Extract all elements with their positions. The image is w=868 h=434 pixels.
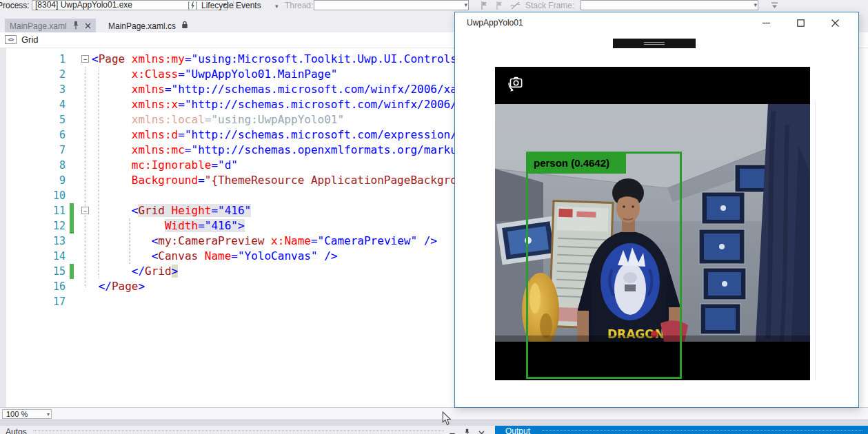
process-combobox[interactable]: [8304] UwpAppYolo01.exe ▾ (32, 0, 228, 10)
code-tag-icon: <> (5, 35, 17, 44)
window-caption-buttons (749, 12, 852, 33)
close-icon[interactable] (85, 23, 91, 30)
mouse-cursor (442, 411, 452, 428)
close-icon[interactable] (478, 427, 485, 434)
lock-icon (181, 21, 188, 31)
debug-toolbar: Process: [8304] UwpAppYolo01.exe ▾ Lifec… (0, 0, 868, 12)
line-number: 14 (0, 249, 65, 264)
process-combobox-value: [8304] UwpAppYolo01.exe (35, 0, 132, 10)
camera-preview: DRAGON (495, 67, 810, 380)
line-number: 7 (0, 143, 65, 158)
app-window-title: UwpAppYolo01 (467, 18, 523, 28)
detection-label: person (0.4642) (526, 153, 626, 174)
uwp-app-window[interactable]: UwpAppYolo01 (454, 12, 859, 408)
tab-mainpage-xaml-cs[interactable]: MainPage.xaml.cs (103, 19, 193, 33)
yolo-canvas-edge (815, 101, 816, 380)
line-number: 17 (0, 294, 65, 309)
output-panel-header[interactable]: Output (495, 426, 868, 434)
chevron-down-icon: ▾ (464, 1, 467, 10)
lifecycle-bolt-icon (188, 1, 198, 12)
camera-switch-button[interactable] (506, 74, 525, 93)
process-label: Process: (0, 1, 30, 11)
line-number: 5 (0, 112, 65, 127)
stack-frame-label: Stack Frame: (525, 1, 574, 11)
chevron-down-icon: ▾ (754, 1, 757, 10)
fold-marker-icon[interactable]: − (81, 55, 89, 63)
line-number: 2 (0, 67, 65, 82)
line-number: 6 (0, 127, 65, 143)
thread-flag-icon[interactable] (495, 1, 503, 12)
lifecycle-events-button[interactable]: Lifecycle Events (201, 1, 261, 11)
line-number: 11 (0, 203, 65, 218)
pin-icon[interactable] (464, 426, 470, 434)
tab-mainpage-xaml[interactable]: MainPage.xaml (5, 19, 96, 33)
line-number: 10 (0, 188, 65, 203)
drag-handle[interactable] (613, 39, 696, 48)
tab-label: MainPage.xaml.cs (108, 21, 176, 31)
maximize-button[interactable] (783, 12, 818, 33)
designer-zoom-value: 100 % (6, 410, 28, 418)
breadcrumb-item-grid[interactable]: Grid (21, 34, 39, 45)
toolbar-overflow-icon[interactable] (771, 2, 778, 12)
line-number: 12 (0, 218, 65, 234)
line-number: 1 (0, 52, 65, 67)
detection-bounding-box: person (0.4642) (526, 152, 682, 379)
line-number: 16 (0, 279, 65, 294)
thread-combobox[interactable]: ▾ (314, 0, 469, 10)
horizontal-scrollbar[interactable] (0, 420, 868, 426)
stack-frame-combobox[interactable]: ▾ (581, 0, 758, 10)
line-number: 13 (0, 234, 65, 249)
line-number: 8 (0, 158, 65, 173)
change-bar (70, 218, 74, 234)
close-button[interactable] (818, 12, 852, 33)
focus-dots (542, 430, 862, 431)
minimize-button[interactable] (749, 12, 783, 33)
focus-dots (33, 431, 444, 431)
chevron-down-icon[interactable]: ▾ (275, 1, 279, 12)
designer-zoom-bar: 100 % ▾ (0, 407, 868, 420)
fold-marker-icon[interactable]: − (81, 207, 89, 214)
tab-label: MainPage.xaml (10, 21, 67, 31)
designer-zoom-combobox[interactable]: 100 % ▾ (2, 409, 52, 419)
line-number: 9 (0, 173, 65, 188)
output-panel-title: Output (505, 426, 530, 434)
chevron-down-icon[interactable] (450, 428, 455, 434)
change-bar (70, 264, 74, 279)
chevron-down-icon: ▾ (47, 411, 50, 419)
line-number: 3 (0, 82, 65, 97)
thread-label: Thread: (285, 1, 313, 11)
line-number: 4 (0, 97, 65, 112)
suppress-icon[interactable] (510, 1, 521, 12)
bottom-panel-row: Autos Output (0, 426, 868, 434)
thread-flag-icon[interactable] (480, 1, 488, 12)
change-bar (70, 203, 74, 218)
pin-icon[interactable] (72, 21, 79, 32)
autos-panel-title[interactable]: Autos (6, 427, 27, 434)
visual-studio-window: Process: [8304] UwpAppYolo01.exe ▾ Lifec… (0, 0, 868, 434)
line-number: 15 (0, 264, 65, 279)
